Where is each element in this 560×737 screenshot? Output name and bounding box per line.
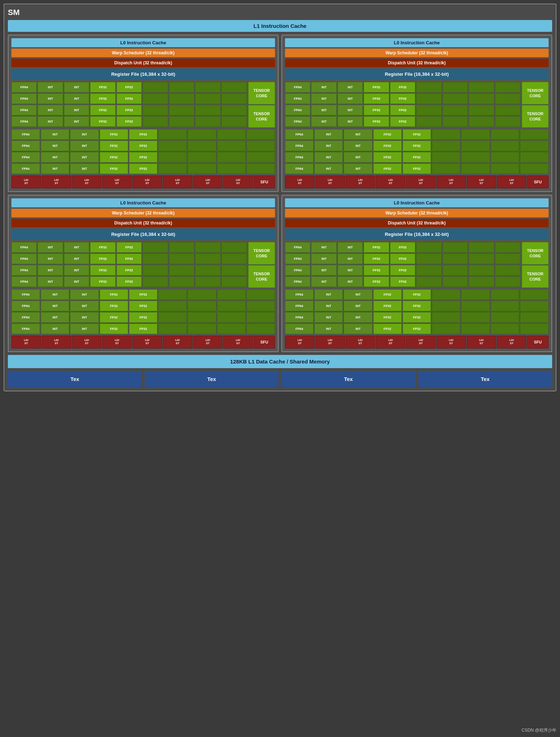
l0-cache-2: L0 Instruction Cache bbox=[285, 38, 549, 47]
sub-sm-2: L0 Instruction Cache Warp Scheduler (32 … bbox=[281, 35, 552, 192]
green-cell bbox=[158, 140, 187, 151]
core-row-8: FP64 INT INT FP32 FP32 bbox=[11, 163, 275, 174]
sfu-cell-3: SFU bbox=[254, 336, 275, 348]
ldst-row-1: LD/ST LD/ST LD/ST LD/ST LD/ST LD/ST LD/S… bbox=[11, 175, 275, 188]
int-cell: INT bbox=[41, 140, 69, 151]
ldst-cell: LD/ST bbox=[193, 175, 223, 188]
sub-sm-4: L0 Instruction Cache Warp Scheduler (32 … bbox=[281, 195, 552, 352]
register-file-4: Register File (16,384 x 32-bit) bbox=[285, 229, 549, 240]
tensor-cores-4: TENSORCORE TENSORCORE bbox=[522, 242, 549, 288]
core-grid-wrapper-1: FP64 INT INT FP32 FP32 FP64 INT bbox=[11, 82, 247, 128]
fp32-cell: FP32 bbox=[116, 93, 142, 104]
fp64-cell: FP64 bbox=[11, 82, 37, 93]
int-cell: INT bbox=[41, 163, 69, 174]
int-cell: INT bbox=[70, 163, 99, 174]
ldst-row-3: LD/ST LD/ST LD/ST LD/ST LD/ST LD/ST LD/S… bbox=[11, 336, 275, 348]
fp32-cell: FP32 bbox=[100, 152, 128, 163]
register-file-1: Register File (16,384 x 32-bit) bbox=[11, 69, 275, 80]
green-cell bbox=[169, 116, 194, 127]
tensor-cores-2: TENSORCORE TENSORCORE bbox=[522, 82, 549, 128]
int-cell: INT bbox=[41, 152, 69, 163]
green-cell bbox=[188, 129, 216, 140]
green-cell bbox=[142, 93, 168, 104]
fp32-cell: FP32 bbox=[90, 116, 115, 127]
tensor-core-7: TENSORCORE bbox=[522, 242, 549, 264]
green-cell bbox=[142, 105, 168, 115]
dispatch-unit-3: Dispatch Unit (32 thread/clk) bbox=[11, 219, 275, 227]
ldst-cell: LD/ST bbox=[11, 175, 41, 188]
fp32-cell: FP32 bbox=[129, 129, 158, 140]
int-cell: INT bbox=[64, 93, 89, 104]
green-cell bbox=[246, 140, 275, 151]
fp64-cell: FP64 bbox=[11, 152, 40, 163]
green-cell bbox=[188, 140, 216, 151]
sub-sm-1: L0 Instruction Cache Warp Scheduler (32 … bbox=[8, 35, 279, 192]
l0-cache-4: L0 Instruction Cache bbox=[285, 198, 549, 207]
int-cell: INT bbox=[70, 140, 99, 151]
fp32-cell: FP32 bbox=[116, 116, 142, 127]
sm-title: SM bbox=[8, 8, 552, 17]
sfu-cell-2: SFU bbox=[527, 175, 549, 188]
core-row-6: FP64 INT INT FP32 FP32 bbox=[11, 140, 275, 151]
core-row-1: FP64 INT INT FP32 FP32 bbox=[11, 82, 247, 93]
fp32-cell: FP32 bbox=[90, 82, 115, 93]
green-cell bbox=[221, 116, 247, 127]
green-cell bbox=[195, 93, 220, 104]
green-cell bbox=[195, 105, 220, 115]
int-cell: INT bbox=[38, 105, 63, 115]
core-row-7: FP64 INT INT FP32 FP32 bbox=[11, 152, 275, 163]
tensor-cores-3: TENSORCORE TENSORCORE bbox=[248, 242, 275, 288]
cores-section-3: FP64 INT INT FP32 FP32 FP64 INT INT bbox=[11, 242, 275, 288]
ldst-cell: LD/ST bbox=[72, 175, 102, 188]
core-grid-wrapper-2: FP64 INT INT FP32 FP32 FP64 INT INT bbox=[285, 82, 520, 128]
sfu-cell: SFU bbox=[254, 175, 275, 188]
cores-section-1: FP64 INT INT FP32 FP32 FP64 INT bbox=[11, 82, 275, 128]
core-row-3: FP64 INT INT FP32 FP32 bbox=[11, 105, 247, 115]
fp64-cell: FP64 bbox=[11, 163, 40, 174]
sm-container: SM L1 Instruction Cache L0 Instruction C… bbox=[4, 4, 556, 391]
green-cell bbox=[246, 152, 275, 163]
green-cell bbox=[221, 105, 247, 115]
ldst-cell: LD/ST bbox=[102, 175, 132, 188]
tensor-core-6: TENSORCORE bbox=[248, 265, 275, 288]
int-cell: INT bbox=[64, 105, 89, 115]
green-cell bbox=[169, 93, 194, 104]
register-file-3: Register File (16,384 x 32-bit) bbox=[11, 229, 275, 240]
green-cell bbox=[158, 152, 187, 163]
green-cell bbox=[158, 163, 187, 174]
fp32-cell: FP32 bbox=[90, 93, 115, 104]
warp-scheduler-1: Warp Scheduler (32 thread/clk) bbox=[11, 49, 275, 57]
tensor-core-1: TENSORCORE bbox=[248, 82, 275, 104]
tex-row: Tex Tex Tex Tex bbox=[8, 371, 552, 387]
int-cell: INT bbox=[64, 82, 89, 93]
tex-cell-2: Tex bbox=[145, 371, 279, 387]
green-cell bbox=[195, 116, 220, 127]
fp64-cell: FP64 bbox=[11, 93, 37, 104]
sfu-cell-4: SFU bbox=[527, 336, 549, 348]
fp32-cell: FP32 bbox=[129, 152, 158, 163]
core-row-5: FP64 INT INT FP32 FP32 bbox=[11, 129, 275, 140]
warp-scheduler-3: Warp Scheduler (32 thread/clk) bbox=[11, 209, 275, 217]
ldst-cell: LD/ST bbox=[163, 175, 192, 188]
int-cell: INT bbox=[70, 129, 99, 140]
sub-sm-3: L0 Instruction Cache Warp Scheduler (32 … bbox=[8, 195, 279, 352]
green-cell bbox=[217, 152, 246, 163]
ldst-cell: LD/ST bbox=[42, 175, 71, 188]
cores-section-4: FP64 INT INT FP32 FP32 FP64 INT INT bbox=[285, 242, 549, 288]
tensor-core-4: TENSORCORE bbox=[522, 105, 549, 128]
tex-cell-1: Tex bbox=[8, 371, 142, 387]
green-cell bbox=[221, 82, 247, 93]
register-file-2: Register File (16,384 x 32-bit) bbox=[285, 69, 549, 80]
core-row-2: FP64 INT INT FP32 FP32 bbox=[11, 93, 247, 104]
green-cell bbox=[246, 129, 275, 140]
green-cell bbox=[142, 116, 168, 127]
l1-data-cache: 128KB L1 Data Cache / Shared Memory bbox=[8, 355, 552, 368]
ldst-cell: LD/ST bbox=[132, 175, 162, 188]
l0-cache-1: L0 Instruction Cache bbox=[11, 38, 275, 47]
int-cell: INT bbox=[38, 93, 63, 104]
fp32-cell: FP32 bbox=[90, 105, 115, 115]
warp-scheduler-2: Warp Scheduler (32 thread/clk) bbox=[285, 49, 549, 57]
tex-cell-4: Tex bbox=[418, 371, 552, 387]
dispatch-unit-1: Dispatch Unit (32 thread/clk) bbox=[11, 59, 275, 67]
quad-grid: L0 Instruction Cache Warp Scheduler (32 … bbox=[8, 35, 552, 352]
